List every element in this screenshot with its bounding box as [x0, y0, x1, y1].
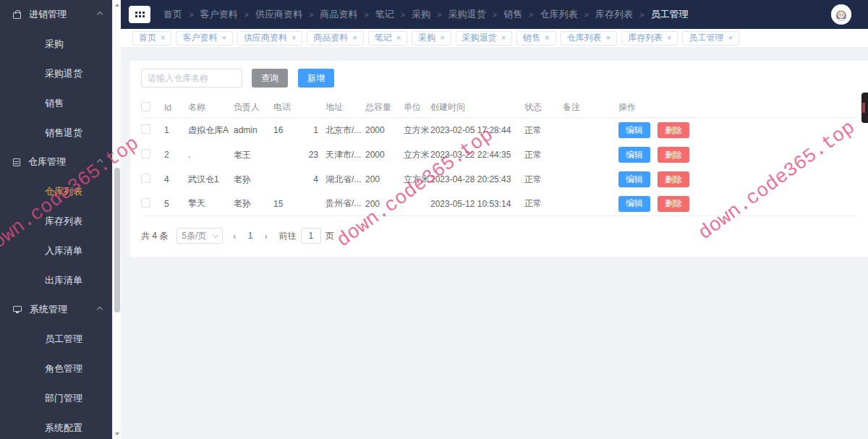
breadcrumb-item[interactable]: 员工管理: [650, 8, 688, 21]
cell-id: 4: [164, 174, 188, 184]
row-checkbox[interactable]: [141, 149, 150, 158]
sidebar-item[interactable]: 库存列表: [0, 206, 112, 236]
tab[interactable]: 仓库列表×: [561, 31, 617, 46]
sidebar-item[interactable]: 出库清单: [0, 265, 112, 295]
close-icon[interactable]: ×: [606, 34, 610, 42]
sidebar-item[interactable]: 仓库列表: [0, 176, 112, 206]
scrollbar-thumb[interactable]: [114, 168, 120, 312]
tab[interactable]: 供应商资料×: [237, 31, 302, 46]
close-icon[interactable]: ×: [396, 34, 401, 42]
tab-label: 销售: [523, 32, 540, 44]
column-header: Id: [164, 103, 188, 113]
sidebar-item[interactable]: 采购: [0, 29, 112, 59]
sidebar-item[interactable]: 系统配置: [0, 413, 112, 439]
cell-capacity: 200: [365, 174, 404, 184]
close-icon[interactable]: ×: [352, 34, 357, 42]
breadcrumb-item[interactable]: 供应商资料: [255, 8, 302, 21]
close-icon[interactable]: ×: [161, 34, 165, 42]
close-icon[interactable]: ×: [545, 34, 549, 42]
cell-operations: 编辑删除: [618, 147, 857, 163]
tab[interactable]: 采购退货×: [456, 31, 512, 46]
row-checkbox[interactable]: [141, 198, 150, 208]
select-all-checkbox[interactable]: [141, 102, 150, 111]
edit-button[interactable]: 编辑: [618, 196, 650, 212]
tab[interactable]: 客户资料×: [176, 31, 232, 46]
cell-created-time: 2023-02-05 17:28:44: [430, 125, 524, 135]
add-button[interactable]: 新增: [298, 69, 334, 88]
delete-button[interactable]: 删除: [658, 147, 689, 163]
delete-button[interactable]: 删除: [658, 196, 689, 212]
breadcrumb-item[interactable]: 采购: [412, 8, 430, 21]
edit-button[interactable]: 编辑: [618, 147, 650, 163]
toolbar: 查询 新增: [141, 69, 857, 88]
menu-collapse-button[interactable]: [129, 6, 150, 23]
sidebar-item[interactable]: 入库清单: [0, 236, 112, 265]
sidebar-item[interactable]: 员工管理: [0, 324, 112, 354]
sidebar-item[interactable]: 销售退货: [0, 118, 112, 148]
sidebar-section: 仓库管理仓库列表库存列表入库清单出库清单: [0, 148, 112, 295]
tab-label: 商品资料: [313, 32, 348, 44]
close-icon[interactable]: ×: [440, 34, 444, 42]
user-avatar[interactable]: [831, 4, 851, 25]
delete-button[interactable]: 删除: [658, 122, 689, 138]
goto-page-input[interactable]: [301, 228, 321, 244]
prev-page-icon[interactable]: ‹: [233, 231, 236, 242]
cell-status: 正常: [524, 174, 563, 186]
sidebar-scrollbar[interactable]: [112, 0, 121, 439]
delete-button[interactable]: 删除: [658, 171, 689, 187]
tab[interactable]: 采购×: [412, 31, 451, 46]
sidebar-menu: 进销管理采购采购退货销售销售退货仓库管理仓库列表库存列表入库清单出库清单系统管理…: [0, 0, 112, 439]
cell-id: 1: [164, 125, 188, 135]
sidebar-section-header[interactable]: 系统管理: [0, 295, 112, 324]
cell-manager: 老王: [234, 149, 273, 161]
page-number[interactable]: 1: [248, 231, 253, 241]
tab[interactable]: 销售×: [516, 31, 556, 46]
row-checkbox[interactable]: [141, 124, 150, 134]
cell-phone: 15: [273, 199, 326, 209]
query-button[interactable]: 查询: [252, 69, 288, 88]
tab[interactable]: 员工管理×: [682, 31, 739, 46]
close-icon[interactable]: ×: [292, 34, 296, 42]
column-header: 单位: [404, 101, 430, 114]
tab[interactable]: 笔记×: [368, 31, 407, 46]
page-size-select[interactable]: 5条/页: [176, 228, 223, 244]
close-icon[interactable]: ×: [728, 34, 732, 42]
tab-label: 首页: [139, 32, 156, 44]
close-icon[interactable]: ×: [501, 34, 506, 42]
breadcrumb-separator-icon: >: [364, 10, 368, 19]
tab[interactable]: 库存列表×: [621, 31, 678, 46]
row-checkbox[interactable]: [141, 174, 150, 183]
sidebar-section-header[interactable]: 仓库管理: [0, 148, 112, 176]
tab[interactable]: 首页×: [132, 31, 171, 46]
total-count-label: 共 4 条: [141, 230, 168, 242]
tab[interactable]: 商品资料×: [307, 31, 363, 46]
edit-button[interactable]: 编辑: [618, 171, 650, 187]
scroll-down-icon[interactable]: [113, 430, 122, 438]
breadcrumb-item[interactable]: 笔记: [375, 8, 394, 21]
sidebar-item[interactable]: 采购退货: [0, 59, 112, 88]
breadcrumb-item[interactable]: 商品资料: [320, 8, 357, 21]
edge-widget[interactable]: [861, 93, 868, 123]
breadcrumb-item[interactable]: 首页: [163, 8, 182, 21]
scroll-up-icon[interactable]: [113, 1, 122, 9]
tab-bar: 首页×客户资料×供应商资料×商品资料×笔记×采购×采购退货×销售×仓库列表×库存…: [121, 29, 868, 48]
breadcrumb-item[interactable]: 库存列表: [595, 8, 633, 21]
close-icon[interactable]: ×: [667, 34, 671, 42]
header-checkbox-cell: [141, 102, 164, 114]
edit-button[interactable]: 编辑: [618, 122, 650, 138]
sidebar-section-header[interactable]: 进销管理: [0, 0, 112, 29]
cell-capacity: 2000: [365, 150, 404, 160]
cell-name: 擎天: [188, 197, 234, 210]
next-page-icon[interactable]: ›: [264, 231, 267, 242]
pagination: 共 4 条 5条/页 ‹ 1 › 前往 页: [141, 228, 857, 244]
warehouse-name-input[interactable]: [141, 69, 242, 88]
breadcrumb-item[interactable]: 销售: [503, 8, 522, 21]
sidebar-item[interactable]: 角色管理: [0, 354, 112, 383]
sidebar-item[interactable]: 部门管理: [0, 383, 112, 413]
phone-value: 16: [273, 125, 283, 135]
breadcrumb-item[interactable]: 仓库列表: [540, 8, 578, 21]
breadcrumb-item[interactable]: 采购退货: [448, 8, 486, 21]
breadcrumb-item[interactable]: 客户资料: [200, 8, 237, 21]
close-icon[interactable]: ×: [221, 34, 226, 42]
sidebar-item[interactable]: 销售: [0, 88, 112, 118]
